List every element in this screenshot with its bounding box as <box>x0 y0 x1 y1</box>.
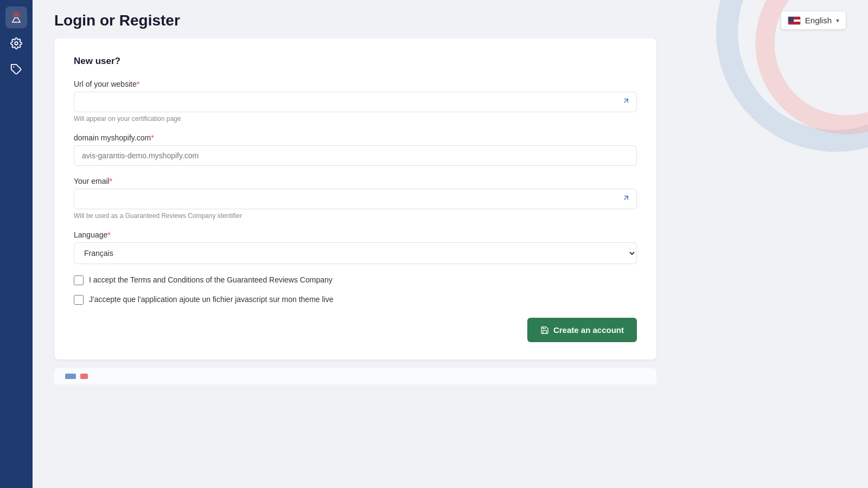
chevron-down-icon: ▾ <box>836 17 839 24</box>
language-label: English <box>805 16 832 25</box>
email-hint: Will be used as a Guaranteed Reviews Com… <box>74 212 637 220</box>
main-content: Login or Register English ▾ New user? Ur… <box>33 0 868 488</box>
website-url-input[interactable] <box>74 92 637 112</box>
required-marker-email: * <box>110 177 112 185</box>
required-marker: * <box>137 80 139 88</box>
email-input[interactable] <box>74 189 637 209</box>
page-title: Login or Register <box>54 12 180 29</box>
sidebar-item-tag[interactable] <box>5 59 27 80</box>
email-label: Your email* <box>74 177 637 185</box>
terms-checkbox[interactable] <box>74 275 84 285</box>
bottom-card-partial <box>54 368 656 384</box>
svg-line-7 <box>624 99 628 103</box>
email-icon <box>622 194 630 204</box>
required-marker-domain: * <box>151 133 154 142</box>
language-select[interactable]: Français English Deutsch Español Italian… <box>74 242 637 264</box>
email-field-group: Your email* Will be used as a Guaranteed… <box>74 177 637 220</box>
sidebar <box>0 0 33 488</box>
register-form-card: New user? Url of your website* Will appe… <box>54 38 656 359</box>
page-header: Login or Register English ▾ <box>33 0 868 38</box>
svg-line-8 <box>624 196 628 200</box>
new-user-heading: New user? <box>74 56 637 67</box>
terms-checkbox-group: I accept the Terms and Conditions of the… <box>74 275 637 286</box>
website-url-input-wrapper <box>74 92 637 112</box>
domain-field-group: domain myshopify.com* <box>74 133 637 166</box>
javascript-label[interactable]: J'accepte que l'application ajoute un fi… <box>89 294 333 305</box>
submit-row: Create an account <box>74 313 637 342</box>
sidebar-item-settings[interactable] <box>5 33 27 54</box>
create-account-button[interactable]: Create an account <box>527 318 637 342</box>
required-marker-lang: * <box>107 230 110 239</box>
bottom-card-red-block <box>80 374 88 379</box>
terms-label[interactable]: I accept the Terms and Conditions of the… <box>89 275 333 286</box>
svg-point-1 <box>15 14 17 16</box>
svg-point-3 <box>15 42 18 45</box>
language-selector[interactable]: English ▾ <box>781 11 846 30</box>
domain-label: domain myshopify.com* <box>74 133 637 142</box>
page-content: New user? Url of your website* Will appe… <box>33 38 868 488</box>
javascript-checkbox[interactable] <box>74 295 84 305</box>
save-icon <box>540 326 549 335</box>
domain-input[interactable] <box>74 145 637 166</box>
website-url-label: Url of your website* <box>74 80 637 88</box>
website-url-field-group: Url of your website* Will appear on your… <box>74 80 637 123</box>
sidebar-item-logo[interactable] <box>5 7 27 28</box>
language-field-group: Language* Français English Deutsch Españ… <box>74 230 637 264</box>
flag-icon <box>788 16 801 25</box>
javascript-checkbox-group: J'accepte que l'application ajoute un fi… <box>74 294 637 305</box>
bottom-card-blue-block <box>65 374 76 379</box>
language-field-label: Language* <box>74 230 637 239</box>
email-input-wrapper <box>74 189 637 209</box>
url-icon <box>622 97 630 107</box>
website-url-hint: Will appear on your certification page <box>74 115 637 123</box>
